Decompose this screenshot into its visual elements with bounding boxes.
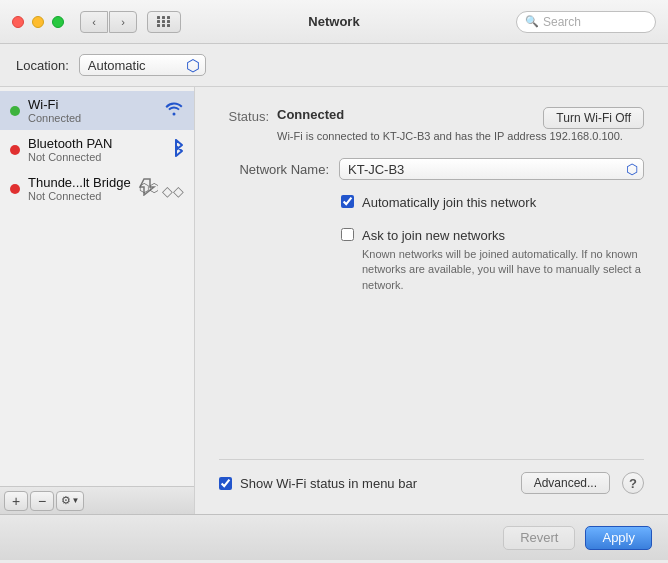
wifi-name: Wi-Fi — [28, 97, 164, 112]
bluetooth-status: Not Connected — [28, 151, 168, 163]
ask-join-row: Ask to join new networks Known networks … — [219, 227, 644, 293]
show-wifi-status-checkbox[interactable] — [219, 477, 232, 490]
minimize-button[interactable] — [32, 16, 44, 28]
search-icon: 🔍 — [525, 15, 539, 28]
add-network-button[interactable]: + — [4, 491, 28, 511]
location-label: Location: — [16, 58, 69, 73]
remove-network-button[interactable]: − — [30, 491, 54, 511]
bottom-section: Show Wi-Fi status in menu bar Advanced..… — [219, 459, 644, 494]
auto-join-row: Automatically join this network — [219, 194, 644, 212]
sidebar-item-thunderbolt-bridge[interactable]: Thunde...lt Bridge Not Connected ⬡⬡ ◇◇ — [0, 169, 194, 208]
titlebar: ‹ › Network 🔍 Search — [0, 0, 668, 44]
wifi-status: Connected — [28, 112, 164, 124]
nav-buttons: ‹ › — [80, 11, 137, 33]
grid-icon — [157, 16, 171, 27]
gear-chevron-icon: ▼ — [72, 496, 80, 505]
close-button[interactable] — [12, 16, 24, 28]
thunderbolt-status: Not Connected — [28, 190, 136, 202]
network-name-select-wrapper: KT-JC-B3 ⬡ — [339, 158, 644, 180]
thunderbolt-info: Thunde...lt Bridge Not Connected — [28, 175, 136, 202]
action-bar: Revert Apply — [0, 514, 668, 560]
window-title: Network — [308, 14, 359, 29]
ask-join-label: Ask to join new networks — [362, 228, 505, 243]
status-row: Status: Connected Turn Wi-Fi Off Wi-Fi i… — [219, 107, 644, 144]
gear-icon: ⚙ — [61, 494, 71, 507]
thunderbolt-icon: ⬡⬡ ◇◇ — [136, 178, 184, 199]
location-select[interactable]: Automatic Edit Locations... — [79, 54, 206, 76]
status-content: Connected Turn Wi-Fi Off Wi-Fi is connec… — [277, 107, 644, 144]
bluetooth-icon — [168, 138, 184, 162]
network-name-label: Network Name: — [219, 162, 329, 177]
status-field-label: Status: — [219, 107, 269, 124]
svg-text:⬡⬡: ⬡⬡ — [139, 181, 158, 195]
sidebar-toolbar: + − ⚙ ▼ — [0, 486, 194, 514]
bluetooth-name: Bluetooth PAN — [28, 136, 168, 151]
grid-button[interactable] — [147, 11, 181, 33]
location-select-wrapper: Automatic Edit Locations... ⬡ — [79, 54, 206, 76]
network-list: Wi-Fi Connected Bluetooth PAN Not Connec… — [0, 87, 194, 486]
help-button[interactable]: ? — [622, 472, 644, 494]
forward-button[interactable]: › — [109, 11, 137, 33]
thunderbolt-name: Thunde...lt Bridge — [28, 175, 136, 190]
advanced-button[interactable]: Advanced... — [521, 472, 610, 494]
status-dot-thunderbolt — [10, 184, 20, 194]
bluetooth-info: Bluetooth PAN Not Connected — [28, 136, 168, 163]
back-button[interactable]: ‹ — [80, 11, 108, 33]
network-name-select[interactable]: KT-JC-B3 — [339, 158, 644, 180]
ask-join-checkbox[interactable] — [341, 228, 354, 241]
status-dot-bluetooth — [10, 145, 20, 155]
wifi-info: Wi-Fi Connected — [28, 97, 164, 124]
sidebar-item-wifi[interactable]: Wi-Fi Connected — [0, 91, 194, 130]
apply-button[interactable]: Apply — [585, 526, 652, 550]
traffic-lights — [12, 16, 64, 28]
show-status-row: Show Wi-Fi status in menu bar — [219, 476, 417, 491]
status-value: Connected — [277, 107, 344, 122]
location-bar: Location: Automatic Edit Locations... ⬡ — [0, 44, 668, 87]
revert-button[interactable]: Revert — [503, 526, 575, 550]
sidebar-item-bluetooth-pan[interactable]: Bluetooth PAN Not Connected — [0, 130, 194, 169]
status-description: Wi-Fi is connected to KT-JC-B3 and has t… — [277, 129, 644, 144]
ask-join-description: Known networks will be joined automatica… — [362, 247, 644, 293]
sidebar: Wi-Fi Connected Bluetooth PAN Not Connec… — [0, 87, 195, 514]
main-content: Wi-Fi Connected Bluetooth PAN Not Connec… — [0, 87, 668, 514]
network-name-row: Network Name: KT-JC-B3 ⬡ — [219, 158, 644, 180]
status-dot-wifi — [10, 106, 20, 116]
search-placeholder: Search — [543, 15, 581, 29]
gear-button[interactable]: ⚙ ▼ — [56, 491, 84, 511]
auto-join-checkbox[interactable] — [341, 195, 354, 208]
wifi-icon — [164, 100, 184, 121]
maximize-button[interactable] — [52, 16, 64, 28]
auto-join-label: Automatically join this network — [362, 194, 536, 212]
right-panel: Status: Connected Turn Wi-Fi Off Wi-Fi i… — [195, 87, 668, 514]
show-wifi-status-label: Show Wi-Fi status in menu bar — [240, 476, 417, 491]
search-box[interactable]: 🔍 Search — [516, 11, 656, 33]
turn-wifi-button[interactable]: Turn Wi-Fi Off — [543, 107, 644, 129]
